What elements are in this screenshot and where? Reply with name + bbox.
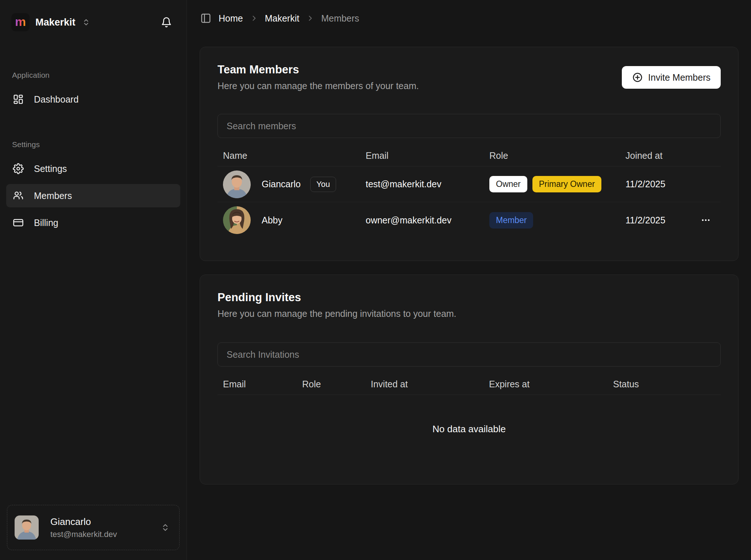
gear-icon <box>13 163 24 174</box>
column-header-email: Email <box>360 150 484 161</box>
section-subtitle: Here you can manage the pending invitati… <box>217 308 457 319</box>
chevron-right-icon <box>307 15 314 22</box>
nav-settings: Settings Members Billing <box>0 157 186 234</box>
user-name: Giancarlo <box>50 516 149 528</box>
sidebar-item-label: Settings <box>34 164 67 174</box>
member-name: Giancarlo <box>262 179 301 189</box>
dashboard-icon <box>13 94 24 105</box>
table-row: Giancarlo You test@makerkit.dev Owner Pr… <box>217 166 721 202</box>
sidebar: m Makerkit Application Dashboard Setting… <box>0 0 187 560</box>
table-row: Abby owner@makerkit.dev Member 11/2/2025 <box>217 202 721 238</box>
owner-badge: Owner <box>489 176 527 192</box>
column-header-status: Status <box>608 379 721 390</box>
chevrons-up-down-icon[interactable] <box>82 18 90 26</box>
page-subtitle: Here you can manage the members of your … <box>217 81 419 91</box>
invite-members-label: Invite Members <box>648 72 710 83</box>
avatar <box>223 170 251 198</box>
member-name-cell: Giancarlo You <box>217 170 360 198</box>
logo-letter: m <box>15 15 26 28</box>
users-icon <box>13 190 24 201</box>
nav-application: Dashboard <box>0 88 186 111</box>
makerkit-logo: m <box>11 13 30 31</box>
column-header-joined-at: Joined at <box>620 150 692 161</box>
bell-icon[interactable] <box>161 17 172 28</box>
breadcrumb: Home Makerkit Members <box>200 0 359 37</box>
sidebar-item-members[interactable]: Members <box>6 184 180 207</box>
sidebar-item-label: Billing <box>34 218 58 228</box>
credit-card-icon <box>13 217 24 228</box>
section-label-settings: Settings <box>0 140 186 149</box>
pending-invites-heading: Pending Invites Here you can manage the … <box>217 291 457 319</box>
member-name-cell: Abby <box>217 206 360 234</box>
column-header-expires-at: Expires at <box>484 379 608 390</box>
sidebar-item-label: Dashboard <box>34 94 78 105</box>
member-joined-at: 11/2/2025 <box>620 179 692 189</box>
column-header-role: Role <box>484 150 620 161</box>
team-members-card: Team Members Here you can manage the mem… <box>200 47 739 261</box>
chevron-right-icon <box>250 15 258 22</box>
member-roles: Owner Primary Owner <box>484 176 620 192</box>
member-email: test@makerkit.dev <box>360 179 484 189</box>
column-header-email: Email <box>217 379 297 390</box>
chevrons-up-down-icon <box>161 523 170 532</box>
pending-invites-card: Pending Invites Here you can manage the … <box>200 275 739 484</box>
column-header-role: Role <box>297 379 365 390</box>
panel-left-icon[interactable] <box>200 13 211 24</box>
plus-circle-icon <box>632 72 643 83</box>
search-invitations-input[interactable] <box>217 342 721 367</box>
member-email: owner@makerkit.dev <box>360 215 484 226</box>
primary-owner-badge: Primary Owner <box>532 176 601 192</box>
column-header-name: Name <box>217 150 360 161</box>
user-account-menu[interactable]: Giancarlo test@makerkit.dev <box>7 505 180 550</box>
avatar <box>223 206 251 234</box>
section-title: Pending Invites <box>217 291 457 304</box>
more-options-button[interactable] <box>697 211 715 229</box>
workspace-header: m Makerkit <box>0 0 186 31</box>
sidebar-item-dashboard[interactable]: Dashboard <box>6 88 180 111</box>
sidebar-item-billing[interactable]: Billing <box>6 211 180 234</box>
invite-members-button[interactable]: Invite Members <box>622 66 721 89</box>
sidebar-item-settings[interactable]: Settings <box>6 157 180 180</box>
member-badge: Member <box>489 212 533 229</box>
user-avatar <box>15 515 39 540</box>
breadcrumb-home[interactable]: Home <box>219 13 243 24</box>
section-label-application: Application <box>0 71 186 80</box>
member-name: Abby <box>262 215 282 226</box>
member-joined-at: 11/2/2025 <box>620 215 692 226</box>
you-badge: You <box>310 177 336 192</box>
page-title: Team Members <box>217 63 419 76</box>
search-members-input[interactable] <box>217 114 721 138</box>
members-table-header: Name Email Role Joined at <box>217 145 721 166</box>
member-roles: Member <box>484 212 620 229</box>
team-members-heading: Team Members Here you can manage the mem… <box>217 63 419 91</box>
invites-table-header: Email Role Invited at Expires at Status <box>217 374 721 395</box>
user-meta: Giancarlo test@makerkit.dev <box>50 516 149 539</box>
column-header-invited-at: Invited at <box>365 379 484 390</box>
empty-state-message: No data available <box>217 423 721 435</box>
sidebar-item-label: Members <box>34 191 72 201</box>
more-horizontal-icon <box>701 215 711 225</box>
workspace-name: Makerkit <box>35 17 76 28</box>
breadcrumb-makerkit[interactable]: Makerkit <box>265 13 299 24</box>
breadcrumb-members: Members <box>321 13 359 24</box>
user-email: test@makerkit.dev <box>50 530 149 539</box>
